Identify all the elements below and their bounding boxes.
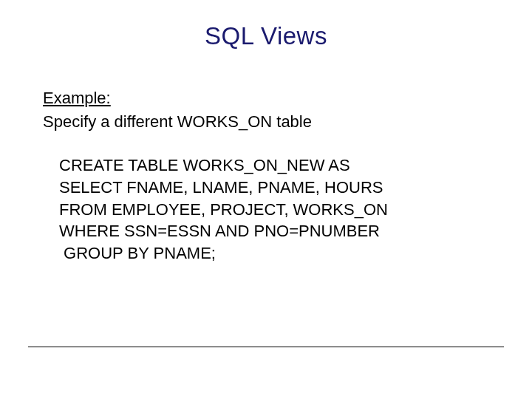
example-heading: Example: xyxy=(43,87,494,109)
code-line: WHERE SSN=ESSN AND PNO=PNUMBER xyxy=(59,222,380,240)
slide-body: Example: Specify a different WORKS_ON ta… xyxy=(43,87,494,265)
code-line: FROM EMPLOYEE, PROJECT, WORKS_ON xyxy=(59,200,388,219)
code-line: GROUP BY PNAME; xyxy=(59,244,216,262)
example-description: Specify a different WORKS_ON table xyxy=(43,111,494,133)
code-line: CREATE TABLE WORKS_ON_NEW AS xyxy=(59,156,350,174)
code-line: SELECT FNAME, LNAME, PNAME, HOURS xyxy=(59,178,383,197)
slide-title: SQL Views xyxy=(0,22,532,50)
slide: SQL Views Example: Specify a different W… xyxy=(0,0,532,399)
divider-line xyxy=(28,347,504,347)
sql-code-block: CREATE TABLE WORKS_ON_NEW AS SELECT FNAM… xyxy=(59,154,494,264)
